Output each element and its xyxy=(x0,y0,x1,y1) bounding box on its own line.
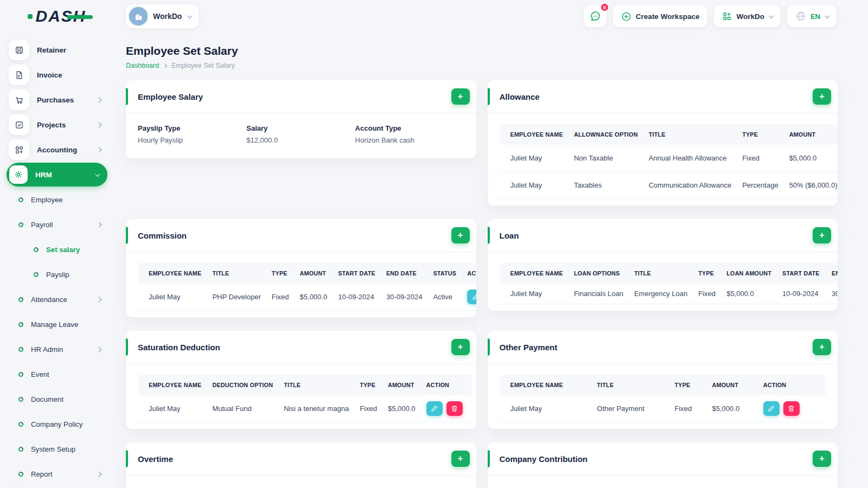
bullet-icon xyxy=(33,246,40,253)
sidebar-item-label: Event xyxy=(31,370,102,378)
card-accent-bar xyxy=(488,450,490,467)
chevron-right-icon xyxy=(97,346,102,352)
edit-button[interactable] xyxy=(763,401,780,416)
add-allowance-button[interactable] xyxy=(813,88,831,105)
column-header: END DATE xyxy=(381,263,428,284)
column-header: EMPLOYEE NAME xyxy=(500,375,592,395)
sidebar-item-label: Document xyxy=(31,395,102,403)
card-header: Saturation Deduction xyxy=(126,331,476,364)
table-header-row: EMPLOYEE NAMETITLETYPEAMOUNTSTART DATEEN… xyxy=(138,263,476,284)
workspace-name: WorkDo xyxy=(153,12,182,21)
sidebar-item-payslip[interactable]: Payslip xyxy=(7,262,107,286)
add-commission-button[interactable] xyxy=(451,227,470,243)
sidebar-item-document[interactable]: Document xyxy=(7,387,107,411)
table-cell: Emergency Loan xyxy=(629,284,693,304)
workspace-selector[interactable]: WorkDo xyxy=(126,4,199,28)
table-cell: Non Taxable xyxy=(569,145,643,172)
info-field: Account TypeHorizon Bank cash xyxy=(355,124,464,144)
sidebar-item-purchases[interactable]: Purchases xyxy=(7,88,107,112)
add-saturation-deduction-button[interactable] xyxy=(451,339,470,355)
column-header: ACTION xyxy=(758,375,826,395)
add-loan-button[interactable] xyxy=(813,227,831,243)
column-header: AMOUNT xyxy=(707,375,758,395)
actions-cell xyxy=(758,395,826,422)
sidebar-item-hrm[interactable]: HRM xyxy=(7,163,107,187)
add-overtime-button[interactable] xyxy=(451,451,470,467)
other-payment-table: EMPLOYEE NAMETITLETYPEAMOUNTACTIONJuliet… xyxy=(500,375,826,422)
sidebar-item-accounting[interactable]: Accounting xyxy=(7,138,107,162)
workdo-menu-button[interactable]: WorkDo xyxy=(714,5,781,27)
actions-cell xyxy=(421,395,472,422)
breadcrumb-dashboard-link[interactable]: Dashboard xyxy=(126,62,159,69)
column-header: EMPLOYEE NAME xyxy=(138,263,207,284)
table-cell: Nisi a tenetur magna xyxy=(278,395,354,422)
chat-button[interactable]: 0 xyxy=(584,5,607,27)
add-company-contribution-button[interactable] xyxy=(813,451,831,467)
field-value: Hourly Payslip xyxy=(138,136,246,144)
column-header: END DATE xyxy=(826,263,838,284)
sidebar-item-manage-leave[interactable]: Manage Leave xyxy=(7,312,107,336)
add-other-payment-button[interactable] xyxy=(813,339,831,355)
table-cell: $5,000.0 xyxy=(707,395,758,422)
card-title: Commission xyxy=(138,231,451,240)
table-cell: Active xyxy=(427,284,462,311)
bullet-icon xyxy=(17,196,24,203)
delete-button[interactable] xyxy=(446,401,463,416)
sidebar-item-company-policy[interactable]: Company Policy xyxy=(7,412,107,436)
bullet-icon xyxy=(17,471,24,478)
allowance-table: EMPLOYEE NAMEALLOWNACE OPTIONTITLETYPEAM… xyxy=(500,124,838,199)
edit-button[interactable] xyxy=(467,290,476,304)
projects-icon xyxy=(9,114,29,135)
language-selector[interactable]: EN xyxy=(787,5,837,27)
bullet-icon xyxy=(17,446,24,453)
column-header: AMOUNT xyxy=(382,375,421,395)
plus-circle-icon xyxy=(621,11,631,22)
bullet-icon xyxy=(17,421,24,428)
card-header: Loan xyxy=(488,219,838,252)
column-header: TITLE xyxy=(207,263,266,284)
column-header: TYPE xyxy=(669,375,707,395)
topbar-actions: 0 Create Workspace WorkDo EN xyxy=(584,5,868,27)
chevron-down-icon xyxy=(825,13,830,18)
loan-card: Loan EMPLOYEE NAMELOAN OPTIONSTITLETYPEL… xyxy=(488,219,838,311)
card-title: Saturation Deduction xyxy=(138,343,451,352)
column-header: TITLE xyxy=(643,124,737,145)
table-cell: Juliet May xyxy=(500,172,569,199)
other-payment-card: Other Payment EMPLOYEE NAMETITLETYPEAMOU… xyxy=(488,331,838,429)
allowance-card: Allowance EMPLOYEE NAMEALLOWNACE OPTIONT… xyxy=(488,80,838,206)
topbar: DASH WorkDo 0 Create Workspace WorkDo EN xyxy=(0,0,868,33)
table-cell: 30-09-2024 xyxy=(381,284,428,311)
chevron-right-icon xyxy=(97,147,102,152)
table-cell: Percentage xyxy=(737,172,784,199)
sidebar-item-hr-admin[interactable]: HR Admin xyxy=(7,337,107,361)
chevron-right-icon xyxy=(163,63,167,67)
sidebar-item-system-setup[interactable]: System Setup xyxy=(7,437,107,461)
sidebar-item-invoice[interactable]: Invoice xyxy=(7,63,107,87)
sidebar-item-retainer[interactable]: Retainer xyxy=(7,38,107,62)
trash-icon xyxy=(788,405,795,412)
chat-bubble-icon xyxy=(589,10,601,22)
sidebar-item-label: Payslip xyxy=(46,271,102,279)
table-cell: $5,000.0 xyxy=(295,284,333,311)
column-header: TYPE xyxy=(354,375,382,395)
sidebar-item-projects[interactable]: Projects xyxy=(7,113,107,137)
sidebar-item-payroll[interactable]: Payroll xyxy=(7,213,107,236)
sidebar-item-report[interactable]: Report xyxy=(7,462,107,486)
sidebar-item-label: HRM xyxy=(35,171,95,179)
sidebar-item-employee[interactable]: Employee xyxy=(7,188,107,211)
sidebar-item-attendance[interactable]: Attendance xyxy=(7,287,107,311)
sidebar-item-label: Invoice xyxy=(37,71,102,79)
brand-logo-text: DASH xyxy=(28,7,86,25)
add-employee-salary-button[interactable] xyxy=(451,88,470,105)
sidebar-item-event[interactable]: Event xyxy=(7,362,107,386)
create-workspace-button[interactable]: Create Workspace xyxy=(613,5,708,27)
chevron-down-icon xyxy=(769,13,774,18)
retainer-icon xyxy=(9,40,29,60)
sidebar-item-set-salary[interactable]: Set salary xyxy=(7,237,107,261)
delete-button[interactable] xyxy=(783,401,800,416)
edit-button[interactable] xyxy=(426,401,443,416)
info-field: Salary$12,000.0 xyxy=(246,124,355,144)
sidebar-item-label: Report xyxy=(31,470,97,478)
table-cell: Juliet May xyxy=(500,284,569,304)
table-cell: Mutual Fund xyxy=(207,395,278,422)
